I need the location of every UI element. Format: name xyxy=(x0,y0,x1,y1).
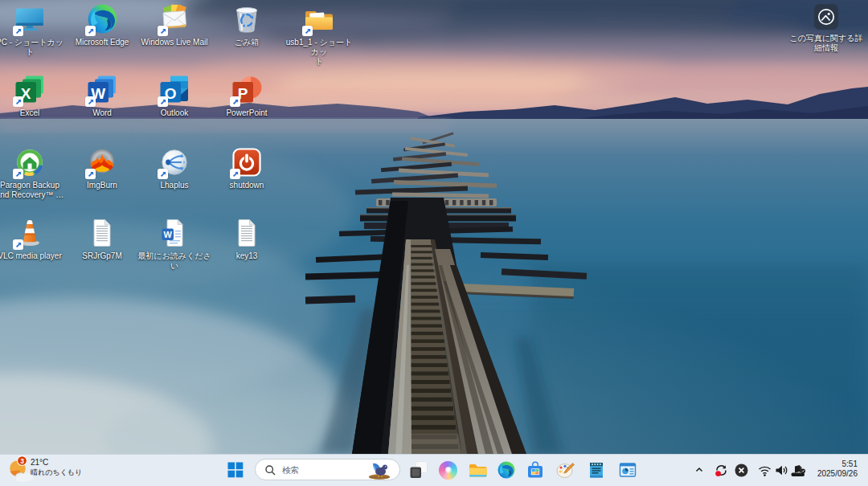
svg-text:3: 3 xyxy=(20,457,24,465)
